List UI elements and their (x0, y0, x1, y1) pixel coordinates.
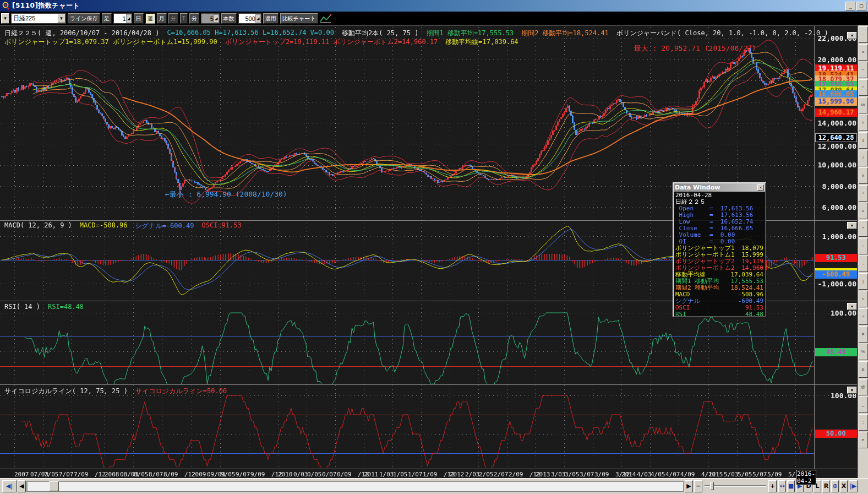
right-tool-button[interactable]: - (859, 26, 868, 43)
minute-input[interactable] (201, 14, 214, 23)
trendline-icon[interactable] (320, 14, 332, 24)
main-toolbar: ▼ 日経225 ▼ ライン保存 足 ◢ 日 週 月 分 T 分 ◢ 本数 ◢ 適… (0, 12, 868, 25)
right-tool-button[interactable]: @ (859, 379, 868, 395)
date-tick-label: 9/05 (221, 471, 236, 478)
right-tool-button[interactable]: : (859, 238, 868, 254)
date-tick-label: 2/03 (465, 471, 480, 478)
axis-tick-label: 12,000.00 (816, 142, 856, 150)
chevron-down-icon[interactable]: ▼ (57, 14, 65, 23)
info-segment: 日経２２５( 週, 2006/10/07 - 2016/04/28 ) (4, 29, 160, 38)
count-input[interactable] (239, 14, 255, 23)
symbol-history-dropdown[interactable]: ▼ (1, 13, 9, 24)
pan-mode-button[interactable]: ↔ (778, 480, 786, 492)
right-tool-button[interactable]: % (859, 344, 868, 360)
scrollbar-thumb[interactable] (49, 481, 59, 491)
spinner-icon[interactable]: ◢ (214, 14, 219, 23)
magnifier-icon[interactable]: ⊕ (831, 480, 839, 492)
axis-scale-dropdown[interactable]: ▼ (847, 32, 857, 39)
right-tool-button[interactable]: ^ (859, 79, 868, 96)
right-tool-button[interactable]: ; (859, 414, 868, 431)
compare-chart-button[interactable]: 比較チャート (280, 13, 318, 24)
count-field[interactable]: ◢ (238, 13, 261, 24)
minimize-button[interactable]: _ (845, 2, 855, 10)
right-tool-button[interactable]: o (859, 203, 868, 219)
right-tool-button[interactable]: + (859, 185, 868, 202)
data-window-titlebar[interactable]: Data Window × (674, 183, 765, 192)
date-tick-label: 4/07 (665, 471, 680, 478)
right-tool-button[interactable]: x (859, 167, 868, 184)
save-line-button[interactable]: ライン保存 (68, 13, 100, 24)
period-tick-button[interactable]: T (180, 13, 188, 24)
date-tick-label: 0/09 (337, 471, 352, 478)
zoom-in-button[interactable]: + (768, 480, 777, 492)
info-segment: MACD=-508.96 (80, 221, 128, 231)
right-tool-button[interactable]: _ (859, 397, 868, 413)
stop-button[interactable]: ■ (787, 480, 795, 492)
right-tool-button[interactable]: * (859, 220, 868, 237)
spinner-icon[interactable]: ◢ (126, 14, 132, 23)
right-tool-button[interactable]: & (859, 361, 868, 378)
close-chart-button[interactable]: X (840, 480, 848, 492)
drawing-tool-strip: -=~^Wi1/x+o*:.|<>#%&@_;e (858, 25, 868, 478)
axis-scale-dropdown[interactable]: ▼ (847, 303, 857, 310)
right-tool-button[interactable]: = (859, 44, 868, 61)
data-window-title: Data Window (675, 184, 720, 191)
title-bar[interactable]: [5110]指数チャート _ □ (0, 0, 868, 12)
date-tick-label: 3/05 (565, 471, 580, 478)
axis-tick-label: 14,000.00 (816, 119, 856, 127)
date-tick-label: 0/07 (322, 471, 337, 478)
date-tick-label: 5/05 (738, 471, 752, 478)
right-tool-button[interactable]: | (859, 273, 868, 290)
period-minute-button[interactable]: 分 (168, 13, 178, 24)
right-tool-button[interactable]: / (859, 150, 868, 166)
info-segment: RSI=48.48 (48, 303, 84, 311)
last-page-button[interactable]: |▶ (849, 480, 858, 492)
axis-scale-dropdown[interactable]: ▼ (847, 222, 857, 229)
axis-tick-label: 20,000.00 (816, 56, 856, 64)
first-page-button[interactable]: ◀| (2, 480, 17, 492)
apply-button[interactable]: 適用 (263, 13, 279, 24)
right-tool-button[interactable]: e (859, 432, 868, 448)
date-tick-label: 0/03 (293, 471, 308, 478)
date-tick-label: 2009 (192, 471, 206, 478)
data-window[interactable]: Data Window × 2016-04-28 日経２２５ Open= 17,… (673, 182, 766, 317)
axis-scale-dropdown[interactable]: ▼ (847, 387, 857, 394)
horizontal-scrollbar[interactable] (26, 481, 684, 492)
symbol-combobox[interactable]: 日経225 ▼ (11, 13, 66, 24)
right-tool-button[interactable]: i (859, 115, 868, 131)
zoom-out-button[interactable]: − (694, 480, 702, 492)
right-tool-button[interactable]: # (859, 326, 868, 343)
date-tick-label: 2012 (450, 471, 465, 478)
right-tool-button[interactable]: . (859, 256, 868, 272)
zoom-slider-thumb[interactable] (710, 482, 714, 490)
bar-interval-input[interactable] (114, 14, 126, 23)
date-tick-label: 2008 (105, 471, 119, 478)
info-segment: ボリンジャートップ1=18,079.37 ボリンジャーボトム1=15,999.9… (4, 37, 217, 47)
right-tool-button[interactable]: > (859, 308, 868, 325)
maximize-button[interactable]: □ (856, 2, 866, 10)
spinner-icon[interactable]: ◢ (255, 14, 261, 23)
axis-tick-label: -1,000.00 (816, 280, 856, 288)
info-segment: C=16,666.05 H=17,613.56 L=16,652.74 V=0.… (167, 29, 334, 38)
close-icon[interactable]: × (757, 184, 764, 191)
right-tool-button[interactable]: 1 (859, 132, 868, 149)
scroll-right-button[interactable]: ▶ (685, 480, 693, 492)
bar-interval-field[interactable]: ◢ (113, 13, 132, 24)
date-tick-label: 4/05 (651, 471, 665, 478)
zoom-slider[interactable] (705, 485, 766, 487)
date-tick-label: 7/05 (44, 471, 59, 478)
scroll-left-button[interactable]: ◀ (18, 480, 26, 492)
right-axis-button[interactable]: R (822, 480, 830, 492)
minute-field[interactable]: ◢ (201, 13, 220, 24)
period-day-button[interactable]: 日 (134, 13, 144, 24)
date-tick-label: 3/07 (580, 471, 594, 478)
axis-tick-label: 10,000.00 (816, 161, 856, 169)
period-month-button[interactable]: 月 (157, 13, 167, 24)
right-tool-button[interactable]: ~ (859, 62, 868, 78)
macd-info-line: MACD( 12, 26, 9 )MACD=-508.96シグナル=-600.4… (4, 221, 242, 231)
indicator-value-label: -600.49 (815, 270, 857, 279)
right-tool-button[interactable]: W (859, 97, 868, 113)
date-tick-label: 5/03 (724, 471, 739, 478)
right-tool-button[interactable]: < (859, 291, 868, 307)
period-week-button[interactable]: 週 (145, 13, 155, 24)
